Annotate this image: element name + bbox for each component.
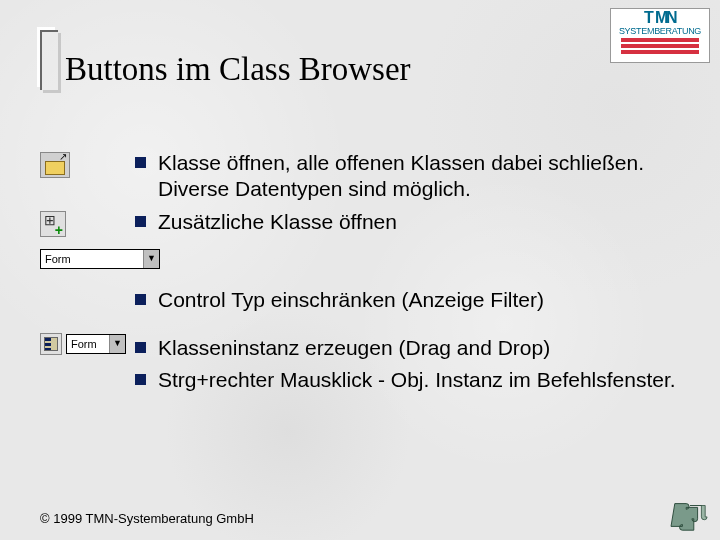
logo-subtitle: SYSTEMBERATUNG <box>613 26 707 36</box>
bullet-text: Zusätzliche Klasse öffnen <box>158 209 690 235</box>
title-decoration <box>40 30 58 90</box>
dropdown-value: Form <box>41 253 143 265</box>
copyright-footer: © 1999 TMN-Systemberatung GmbH <box>40 511 254 526</box>
bullet-text: Klasseninstanz erzeugen (Drag and Drop) <box>158 335 690 361</box>
bullet-text: Klasse öffnen, alle offenen Klassen dabe… <box>158 150 690 203</box>
dropdown-value: Form <box>67 338 109 350</box>
list-item: Zusätzliche Klasse öffnen <box>40 209 690 241</box>
logo-bars <box>613 38 707 54</box>
bullet-text: Control Typ einschränken (Anzeige Filter… <box>158 287 690 313</box>
list-item: Klasse öffnen, alle offenen Klassen dabe… <box>40 150 690 203</box>
filter-dropdown[interactable]: Form ▼ <box>40 249 160 269</box>
bullet-text: Strg+rechter Mausklick - Obj. Instanz im… <box>158 367 690 393</box>
open-class-icon <box>40 152 70 178</box>
company-logo: TMN SYSTEMBERATUNG <box>610 8 710 63</box>
page-title: Buttons im Class Browser <box>65 51 411 88</box>
add-class-icon <box>40 211 66 237</box>
bullet-icon <box>135 294 146 305</box>
bullet-icon <box>135 216 146 227</box>
bullet-icon <box>135 342 146 353</box>
chevron-down-icon[interactable]: ▼ <box>143 250 159 268</box>
list-item: Form ▼ <box>40 247 690 269</box>
content-area: Klasse öffnen, alle offenen Klassen dabe… <box>40 150 690 399</box>
list-item: Klasseninstanz erzeugen (Drag and Drop) <box>135 335 690 361</box>
list-item: Strg+rechter Mausklick - Obj. Instanz im… <box>135 367 690 393</box>
chevron-down-icon[interactable]: ▼ <box>109 335 125 353</box>
puzzle-icon <box>668 496 712 534</box>
instance-icon <box>40 333 62 355</box>
bullet-icon <box>135 157 146 168</box>
list-item: Control Typ einschränken (Anzeige Filter… <box>135 287 690 313</box>
logo-text: TMN <box>613 11 707 25</box>
bullet-icon <box>135 374 146 385</box>
instance-dropdown[interactable]: Form ▼ <box>66 334 126 354</box>
